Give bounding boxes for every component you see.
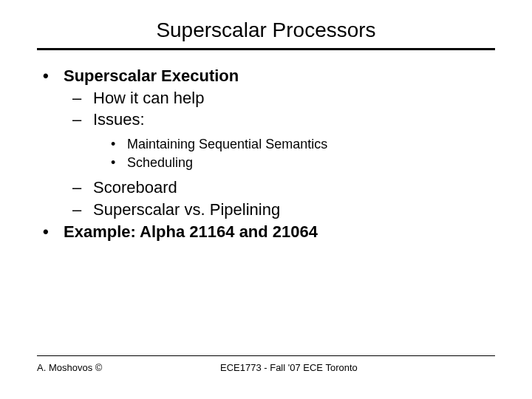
list-item: • Superscalar Execution: [43, 65, 495, 87]
slide-content: • Superscalar Execution – How it can hel…: [37, 65, 495, 243]
bullet-dash-icon: –: [72, 199, 93, 221]
list-item: • Example: Alpha 21164 and 21064: [43, 221, 495, 243]
list-item: • Maintaining Sequential Semantics: [111, 135, 495, 154]
bullet-dot-icon: •: [111, 135, 127, 154]
bullet-dash-icon: –: [72, 177, 93, 199]
list-item-text: Superscalar vs. Pipelining: [93, 199, 280, 221]
footer-course: ECE1773 - Fall '07 ECE Toronto: [220, 362, 495, 373]
bullet-dash-icon: –: [72, 109, 93, 131]
list-item-text: Superscalar Execution: [64, 65, 239, 87]
list-item: – Scoreboard: [72, 177, 495, 199]
list-item-text: How it can help: [93, 87, 204, 109]
bullet-dot-icon: •: [111, 154, 127, 172]
slide-title: Superscalar Processors: [37, 18, 495, 50]
slide-footer: A. Moshovos © ECE1773 - Fall '07 ECE Tor…: [37, 355, 495, 373]
list-item: – Superscalar vs. Pipelining: [72, 199, 495, 221]
list-item-text: Example: Alpha 21164 and 21064: [64, 221, 318, 243]
bullet-dot-icon: •: [43, 221, 64, 243]
list-item: • Scheduling: [111, 154, 495, 172]
bullet-dash-icon: –: [72, 87, 93, 109]
list-item-text: Scheduling: [127, 154, 193, 172]
list-item: – How it can help: [72, 87, 495, 109]
list-item: – Issues:: [72, 109, 495, 131]
list-item-text: Scoreboard: [93, 177, 177, 199]
footer-author: A. Moshovos ©: [37, 362, 220, 373]
bullet-dot-icon: •: [43, 65, 64, 87]
list-item-text: Issues:: [93, 109, 145, 131]
list-item-text: Maintaining Sequential Semantics: [127, 135, 327, 154]
